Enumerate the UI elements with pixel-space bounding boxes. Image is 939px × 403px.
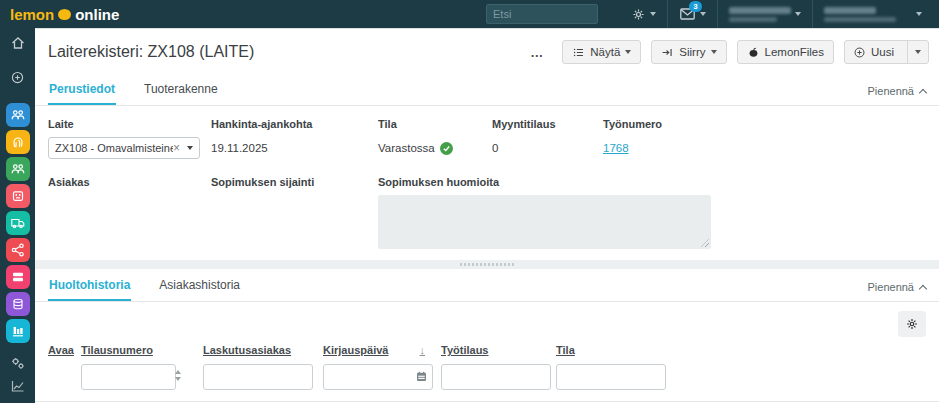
chevron-down-icon: [650, 12, 656, 16]
sidebar-item-identity[interactable]: [6, 130, 30, 154]
hankinta-label: Hankinta-ajankohta: [211, 118, 378, 130]
fingerprint-icon: [10, 134, 26, 150]
column-header-laskutusasiakas[interactable]: Laskutusasiakas: [203, 344, 323, 356]
nayta-button[interactable]: Näytä: [562, 40, 641, 64]
top-navbar: lemon online 3: [0, 0, 939, 28]
sidebar-item-home[interactable]: [10, 35, 26, 51]
spinner-up-icon[interactable]: [175, 370, 181, 374]
sidebar-item-lists[interactable]: [6, 265, 30, 289]
home-icon: [10, 35, 26, 51]
hankinta-value: 19.11.2025: [211, 137, 378, 159]
column-header-avaa[interactable]: Avaa: [48, 344, 81, 356]
field-tyonumero: Työnumero 1768: [603, 118, 926, 159]
uusi-button[interactable]: Uusi: [845, 41, 902, 63]
sidebar-item-machine[interactable]: [6, 184, 30, 208]
laskutusasiakas-filter-input[interactable]: [203, 364, 313, 390]
app-logo[interactable]: lemon online: [10, 6, 119, 23]
spinner-down-icon[interactable]: [175, 377, 181, 381]
coins-icon: [10, 296, 26, 312]
tyonumero-link[interactable]: 1768: [603, 142, 629, 154]
tyotilaus-filter-input[interactable]: [441, 364, 551, 390]
collapse-label: Pienennä: [868, 281, 915, 293]
gears-icon: [10, 355, 26, 371]
sidebar-item-team[interactable]: [6, 157, 30, 181]
logo-text-lemon: lemon: [10, 6, 54, 23]
truck-icon: [10, 215, 26, 231]
myyntitilaus-label: Myyntitilaus: [492, 118, 603, 130]
settings-menu[interactable]: [620, 0, 667, 28]
more-actions-button[interactable]: …: [522, 45, 552, 60]
huomioita-textarea[interactable]: [378, 195, 711, 249]
collapse-panel2-button[interactable]: Pienennä: [868, 281, 927, 301]
field-myyntitilaus: Myyntitilaus 0: [492, 118, 603, 159]
myyntitilaus-value: 0: [492, 137, 603, 159]
column-header-tilausnumero[interactable]: Tilausnumero: [81, 344, 203, 356]
chevron-down-icon: [795, 12, 801, 16]
chevron-down-icon: [915, 50, 921, 54]
sidebar-item-contacts[interactable]: [6, 103, 30, 127]
panel-splitter[interactable]: [35, 260, 939, 269]
machine-icon: [10, 188, 26, 204]
tab-tuoterakenne[interactable]: Tuoterakenne: [143, 76, 219, 105]
clear-icon[interactable]: ×: [173, 142, 180, 154]
company-name-redacted: [824, 7, 896, 22]
user-menu-primary[interactable]: [718, 0, 812, 28]
unread-count-badge: 3: [689, 1, 702, 12]
lemonfiles-button[interactable]: LemonFiles: [737, 40, 834, 64]
users-icon: [10, 107, 26, 123]
field-asiakas: Asiakas: [48, 176, 211, 249]
calendar-icon[interactable]: [415, 370, 428, 383]
chevron-up-icon: [919, 284, 927, 292]
sidebar-item-add[interactable]: [10, 70, 25, 85]
tab-huoltohistoria[interactable]: Huoltohistoria: [48, 272, 131, 301]
tyonumero-label: Työnumero: [603, 118, 926, 130]
messages-menu[interactable]: 3: [668, 0, 717, 28]
user-name-redacted: [729, 7, 791, 22]
chevron-down-icon: [625, 50, 631, 54]
asiakas-value: [48, 195, 211, 217]
splitter-grip[interactable]: [460, 263, 514, 266]
chevron-down-icon: [916, 12, 922, 16]
column-header-tyotilaus[interactable]: Työtilaus: [441, 344, 556, 356]
chevron-down-icon[interactable]: [187, 146, 193, 150]
sidebar-item-logistics[interactable]: [6, 211, 30, 235]
sidebar-item-network[interactable]: [6, 238, 30, 262]
collapse-panel1-button[interactable]: Pienennä: [868, 85, 927, 105]
user-menu-company[interactable]: [813, 0, 933, 28]
tilausnumero-filter-input[interactable]: [81, 364, 176, 390]
tab-perustiedot[interactable]: Perustiedot: [48, 76, 116, 105]
sidebar-item-reports[interactable]: [6, 319, 30, 343]
uusi-split-button[interactable]: Uusi: [844, 40, 929, 64]
chevron-down-icon: [711, 50, 717, 54]
lemon-icon: [58, 9, 71, 20]
sidebar: [0, 28, 35, 403]
sidebar-item-finance[interactable]: [6, 292, 30, 316]
uusi-label: Uusi: [871, 46, 894, 58]
tab-asiakashistoria[interactable]: Asiakashistoria: [158, 272, 241, 301]
search-input[interactable]: [486, 4, 598, 24]
sort-descending-icon: ↓: [420, 344, 426, 356]
column-header-tila[interactable]: Tila: [556, 344, 926, 356]
field-sijainti: Sopimuksen sijainti: [211, 176, 378, 249]
tila-filter-input[interactable]: [556, 364, 666, 390]
number-spinner[interactable]: [175, 370, 181, 381]
siirry-button[interactable]: Siirry: [651, 40, 726, 64]
sijainti-label: Sopimuksen sijainti: [211, 176, 378, 188]
column-header-kirjauspaiva[interactable]: Kirjauspäivä ↓: [323, 344, 441, 356]
uusi-dropdown-toggle[interactable]: [907, 41, 928, 63]
sijainti-value: [211, 195, 378, 217]
huoltohistoria-panel: Huoltohistoria Asiakashistoria Pienennä: [35, 272, 939, 403]
rows-icon: [10, 269, 26, 285]
sidebar-item-analytics[interactable]: [10, 378, 26, 394]
team-icon: [10, 161, 26, 177]
arrow-to-bar-icon: [661, 46, 674, 59]
field-hankinta: Hankinta-ajankohta 19.11.2025: [211, 118, 378, 159]
sidebar-item-settings[interactable]: [10, 355, 26, 371]
collapse-label: Pienennä: [868, 85, 915, 97]
chevron-up-icon: [919, 88, 927, 96]
chevron-down-icon: [700, 12, 706, 16]
line-chart-icon: [10, 378, 26, 394]
grid-settings-button[interactable]: [898, 311, 926, 337]
tila-value: Varastossa: [378, 142, 435, 154]
laite-combobox[interactable]: ZX108 - Omavalmisteinen laite ×: [48, 137, 200, 159]
